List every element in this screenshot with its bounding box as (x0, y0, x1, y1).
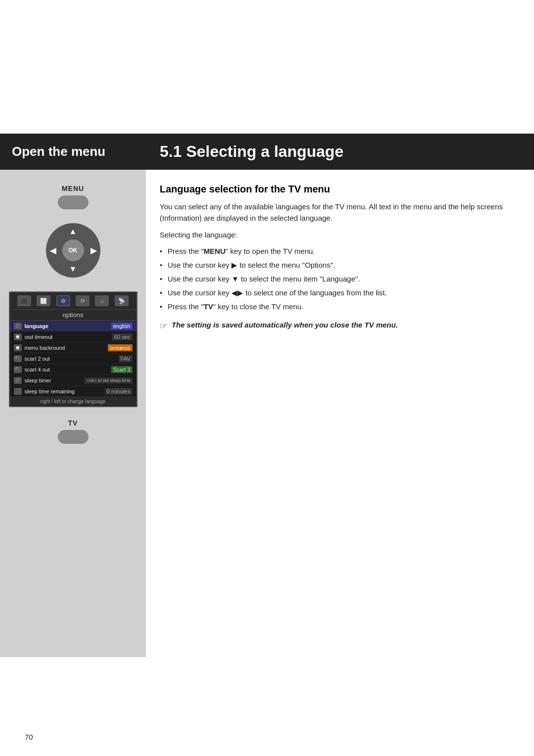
sleep-timer-value: <ok> to set sleep time (85, 378, 132, 383)
language-value: english (111, 323, 133, 330)
menu-icon-1: ⬛ (17, 295, 31, 306)
selecting-label: Selecting the language: (160, 229, 516, 240)
menu-background-label: menu backround (25, 345, 108, 351)
note-icon: ☞ (160, 321, 168, 331)
scart2-value: FAV (119, 355, 133, 362)
menu-icon-5: ⌂ (95, 295, 109, 306)
bullet-list: Press the "MENU" key to open the TV menu… (160, 245, 516, 313)
bottom-space (0, 657, 534, 756)
menu-icon-6: 📡 (115, 295, 129, 306)
menu-row-sleep-remaining: sleep time remaining 0 minutes (10, 386, 136, 397)
menu-row-sleep-timer: ⏱ sleep timer <ok> to set sleep time (10, 375, 136, 386)
language-icon: ⏱ (14, 323, 22, 330)
section-title: Language selection for the TV menu (160, 184, 516, 195)
menu-icon-2: ⬜ (37, 295, 50, 306)
top-space (0, 0, 534, 134)
menu-icon-bar: ⬛ ⬜ ⚙ ⟳ ⌂ 📡 (10, 292, 136, 310)
osd-timeout-label: osd timeout (25, 334, 113, 340)
menu-row-language: ⏱ language english (10, 321, 136, 331)
scart4-label: scart 4 out (25, 367, 111, 373)
header-row: Open the menu 5.1 Selecting a language (0, 134, 534, 170)
menu-icon-4: ⟳ (76, 295, 89, 306)
sleep-timer-label: sleep timer (25, 378, 85, 383)
bullet-3: Use the cursor key ▼ to select the menu … (160, 273, 516, 285)
dpad-container: ▲ ▼ ◀ ▶ OK (46, 223, 100, 278)
menu-background-icon: 🔲 (14, 344, 22, 351)
menu-background-value: oceanus (108, 344, 133, 351)
osd-timeout-value: 60 sec (112, 333, 132, 340)
left-title: Open the menu (12, 144, 105, 159)
right-header: 5.1 Selecting a language (146, 134, 534, 170)
main-content: MENU ▲ ▼ ◀ ▶ OK (0, 170, 534, 657)
tv-menu-screenshot: ⬛ ⬜ ⚙ ⟳ ⌂ 📡 options ⏱ langua (9, 291, 137, 407)
menu-rows: ⏱ language english 🔲 osd timeout 60 sec (10, 321, 136, 397)
menu-row-menu-background: 🔲 menu backround oceanus (10, 342, 136, 353)
dpad-outer: ▲ ▼ ◀ ▶ OK (46, 223, 100, 278)
menu-row-scart4: 🔌 scart 4 out Scart 3 (10, 364, 136, 375)
note-box: ☞ The setting is saved automatically whe… (160, 320, 516, 331)
tv-button[interactable] (58, 430, 89, 444)
tv-label: TV (68, 419, 78, 427)
section-intro: You can select any of the available lang… (160, 201, 516, 224)
bullet-2: Use the cursor key ▶ to select the menu … (160, 259, 516, 271)
osd-timeout-icon: 🔲 (14, 333, 22, 340)
right-column: Language selection for the TV menu You c… (146, 170, 534, 657)
sleep-remaining-value: 0 minutes (105, 388, 133, 395)
dpad-up-arrow[interactable]: ▲ (69, 227, 77, 236)
left-header: Open the menu (0, 134, 146, 170)
dpad-right-arrow[interactable]: ▶ (90, 246, 96, 255)
bullet-1: Press the "MENU" key to open the TV menu… (160, 245, 516, 257)
menu-label: MENU (62, 185, 84, 192)
menu-icon-3: ⚙ (56, 295, 70, 306)
scart4-value: Scart 3 (111, 366, 133, 373)
menu-button[interactable] (58, 195, 89, 209)
sleep-timer-icon: ⏱ (14, 377, 22, 384)
note-text: The setting is saved automatically when … (172, 320, 398, 331)
menu-footer: right / left to change language (10, 397, 136, 406)
dpad-ok-button[interactable]: OK (62, 239, 84, 261)
dpad-down-arrow[interactable]: ▼ (69, 265, 77, 274)
scart4-icon: 🔌 (14, 366, 22, 373)
left-column: MENU ▲ ▼ ◀ ▶ OK (0, 170, 146, 657)
page-wrapper: Open the menu 5.1 Selecting a language M… (0, 0, 534, 756)
dpad-left-arrow[interactable]: ◀ (50, 246, 56, 255)
sleep-remaining-icon (14, 388, 22, 395)
page-number: 70 (25, 733, 33, 741)
menu-row-osd-timeout: 🔲 osd timeout 60 sec (10, 331, 136, 342)
sleep-remaining-label: sleep time remaining (25, 388, 105, 394)
menu-options-label: options (10, 310, 136, 321)
remote-section: MENU ▲ ▼ ◀ ▶ OK (0, 170, 146, 444)
language-label: language (25, 323, 111, 329)
scart2-label: scart 2 out (25, 356, 119, 362)
bullet-5: Press the "TV" key to close the TV menu. (160, 301, 516, 313)
scart2-icon: 🔌 (14, 355, 22, 362)
menu-row-scart2: 🔌 scart 2 out FAV (10, 353, 136, 364)
bullet-4: Use the cursor key ◀▶ to select one of t… (160, 287, 516, 299)
right-title: 5.1 Selecting a language (160, 142, 344, 161)
